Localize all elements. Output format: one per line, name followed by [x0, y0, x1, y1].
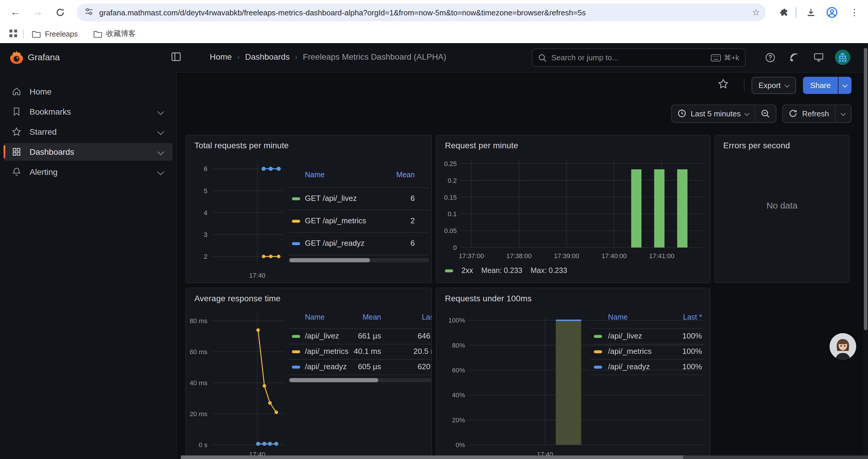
svg-text:0.1: 0.1 — [447, 210, 457, 218]
legend-column-header[interactable]: Last * — [288, 313, 432, 321]
time-range-picker[interactable]: Last 5 minutes — [672, 105, 755, 122]
chevron-down-icon — [785, 83, 790, 88]
assistant-avatar[interactable] — [830, 333, 856, 360]
series-name[interactable]: 2xx — [462, 266, 473, 275]
monitor-icon[interactable] — [812, 52, 824, 63]
refresh-button[interactable]: Refresh — [783, 105, 835, 122]
legend-scrollbar-track[interactable] — [288, 258, 429, 262]
svg-text:20 ms: 20 ms — [190, 410, 208, 418]
bookmark-label: Freeleaps — [45, 30, 78, 38]
panel-errors-per-second[interactable]: Errors per second No data — [714, 135, 850, 283]
series-value: 6 — [288, 194, 415, 203]
panel-average-response-time[interactable]: Average response time 80 ms60 ms40 ms20 … — [186, 288, 432, 459]
bookmarks-divider — [23, 29, 24, 39]
horizontal-scrollbar-thumb[interactable] — [181, 455, 683, 459]
sidebar-item-starred[interactable]: Starred — [4, 123, 173, 140]
page-scrollbar-thumb[interactable] — [864, 48, 867, 330]
legend-scrollbar-track[interactable] — [288, 378, 432, 382]
chevron-down-icon — [157, 108, 164, 115]
bookmarks-bar: Freeleaps 收藏博客 — [0, 25, 868, 44]
panel-requests-under-100ms[interactable]: Requests under 100ms 100%80%60%40%20%0%1… — [436, 288, 710, 459]
no-data-label: No data — [715, 200, 849, 210]
series-value: 100% — [590, 347, 702, 356]
bookmark-folder-blogs[interactable]: 收藏博客 — [93, 29, 135, 39]
legend-column-header[interactable]: Mean — [288, 171, 415, 179]
sidebar-item-bookmarks[interactable]: Bookmarks — [4, 103, 173, 121]
refresh-icon — [789, 109, 797, 118]
panel-total-requests[interactable]: Total requests per minute 6543217:40Name… — [186, 135, 432, 283]
request-per-minute-chart: 0.250.20.150.10.05017:37:0017:38:0017:39… — [437, 135, 710, 283]
sidebar-item-label: Bookmarks — [30, 107, 71, 117]
search-placeholder: Search or jump to... — [551, 53, 618, 62]
svg-text:0.05: 0.05 — [444, 227, 457, 234]
series-color-swatch[interactable] — [445, 269, 453, 272]
profile-icon[interactable] — [825, 5, 839, 20]
browser-menu-icon[interactable]: ⋮ — [847, 5, 862, 20]
grafana-logo-icon[interactable] — [9, 50, 23, 67]
sidebar-item-alerting[interactable]: Alerting — [4, 163, 173, 181]
dock-menu-icon[interactable] — [171, 52, 181, 64]
forward-icon[interactable]: → — [31, 5, 45, 20]
legend-column-header[interactable]: Last * — [590, 313, 702, 321]
share-menu-button[interactable] — [838, 76, 851, 94]
keyboard-icon — [711, 54, 721, 61]
svg-text:17:41:00: 17:41:00 — [649, 252, 675, 260]
panel-title[interactable]: Errors per second — [723, 140, 790, 150]
favorite-star-icon[interactable] — [718, 78, 728, 92]
chevron-down-icon — [745, 111, 749, 116]
zoom-out-button[interactable] — [755, 105, 776, 122]
search-input[interactable]: Search or jump to... ⌘+k — [532, 48, 746, 67]
bookmark-label: 收藏博客 — [106, 29, 135, 39]
sidebar-item-label: Starred — [30, 127, 57, 136]
breadcrumb-item[interactable]: Dashboards — [245, 52, 289, 61]
help-icon[interactable] — [764, 52, 776, 63]
browser-toolbar: ← → grafana.mathmast.com/d/deytv4rwavabk… — [0, 0, 868, 25]
series-value: 620 µs — [288, 362, 432, 371]
bookmark-icon — [12, 107, 21, 117]
extensions-icon[interactable] — [776, 5, 790, 20]
clock-icon — [678, 109, 686, 118]
legend-scrollbar-thumb[interactable] — [289, 378, 378, 382]
panel-legend-stats: 2xxMean: 0.233Max: 0.233 — [445, 266, 567, 275]
svg-text:0.2: 0.2 — [447, 177, 457, 184]
panel-request-per-minute[interactable]: Request per minute 0.250.20.150.10.05017… — [436, 135, 710, 283]
bookmark-folder-freeleaps[interactable]: Freeleaps — [32, 30, 78, 38]
time-range-group: Last 5 minutes — [671, 104, 777, 123]
share-split-button: Share — [803, 76, 851, 94]
svg-text:80 ms: 80 ms — [190, 317, 208, 325]
svg-text:4: 4 — [204, 209, 208, 217]
page-scrollbar-track[interactable] — [863, 43, 868, 459]
url-text[interactable]: grafana.mathmast.com/d/deytv4rwavabkb/fr… — [99, 8, 752, 17]
series-value: 100% — [590, 362, 702, 371]
downloads-icon[interactable] — [804, 5, 818, 20]
svg-text:40 ms: 40 ms — [190, 379, 208, 387]
dashboard-actions: Export Share — [176, 72, 863, 98]
org-avatar[interactable] — [835, 50, 850, 65]
chevron-down-icon — [843, 83, 848, 88]
svg-text:0: 0 — [453, 244, 457, 251]
apps-grid-icon[interactable] — [9, 29, 17, 39]
legend-scrollbar-thumb[interactable] — [289, 258, 370, 262]
site-settings-icon[interactable] — [85, 7, 93, 18]
bookmark-star-icon[interactable]: ☆ — [752, 7, 760, 18]
news-rss-icon[interactable] — [788, 52, 800, 63]
back-icon[interactable]: ← — [8, 5, 23, 20]
series-value: 20.5 ms — [288, 347, 432, 356]
breadcrumb-item[interactable]: Home — [210, 52, 232, 61]
breadcrumb: Home›Dashboards›Freeleaps Metrics Dashbo… — [210, 52, 446, 61]
series-value: 6 — [288, 239, 415, 248]
folder-icon — [32, 30, 41, 38]
share-button[interactable]: Share — [803, 76, 838, 94]
grafana-wordmark[interactable]: Grafana — [28, 52, 60, 62]
horizontal-scrollbar-track[interactable] — [181, 455, 868, 459]
reload-icon[interactable] — [53, 5, 67, 20]
address-bar[interactable]: grafana.mathmast.com/d/deytv4rwavabkb/fr… — [77, 4, 766, 21]
series-value: 100% — [590, 331, 702, 340]
sidebar-item-home[interactable]: Home — [4, 83, 173, 100]
svg-text:17:40: 17:40 — [249, 272, 265, 279]
export-button[interactable]: Export — [751, 76, 796, 94]
breadcrumb-separator: › — [237, 52, 240, 61]
sidebar-item-dashboards[interactable]: Dashboards — [4, 143, 173, 161]
refresh-interval-button[interactable] — [835, 105, 851, 122]
sidebar-item-label: Home — [30, 87, 52, 96]
